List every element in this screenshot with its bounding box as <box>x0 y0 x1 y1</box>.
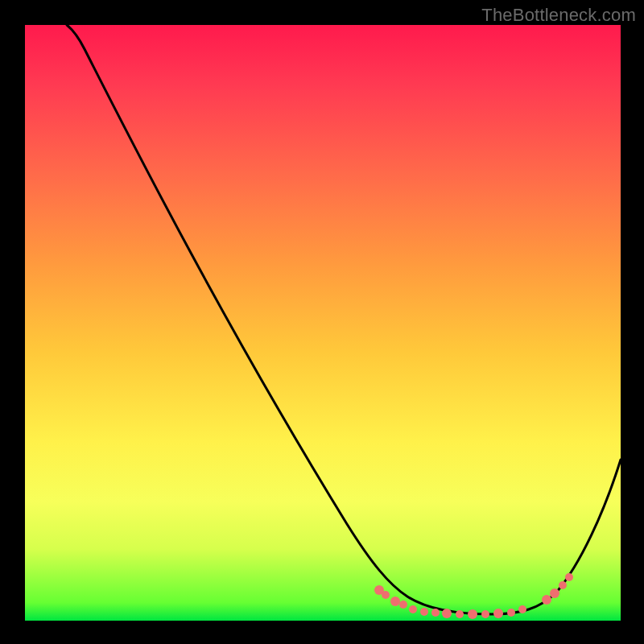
watermark-text: TheBottleneck.com <box>481 5 636 26</box>
chart-background-gradient <box>25 25 621 621</box>
chart-stage: TheBottleneck.com <box>0 0 644 644</box>
